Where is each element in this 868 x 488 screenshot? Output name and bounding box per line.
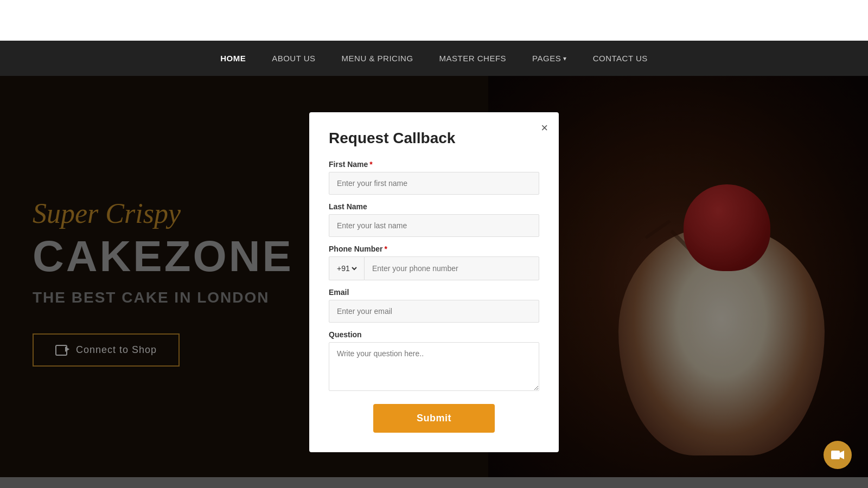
modal-overlay: Request Callback × First Name* Last Name [0,76,868,488]
nav-item-pages[interactable]: PAGES [532,54,567,63]
nav-item-contact[interactable]: CONTACT US [593,54,648,63]
nav-item-menu[interactable]: MENU & PRICING [342,54,413,63]
last-name-group: Last Name [329,202,539,237]
question-textarea[interactable] [329,342,539,391]
floating-video-button[interactable] [824,441,852,469]
nav-item-home[interactable]: HOME [220,54,246,63]
last-name-label: Last Name [329,202,539,211]
phone-code-selector[interactable]: +91 +1 +44 +61 [329,256,364,280]
nav-item-chefs[interactable]: MASTER CHEFS [439,54,507,63]
country-code-select[interactable]: +91 +1 +44 +61 [335,264,359,273]
first-name-label: First Name* [329,160,539,169]
required-star: * [369,160,372,169]
hero-section: Super Crispy CAKEZONE THE BEST CAKE IN L… [0,76,868,488]
callback-form: First Name* Last Name Phone Number* [329,160,539,433]
floating-video-icon [831,450,844,460]
phone-input[interactable] [364,256,539,280]
email-group: Email [329,288,539,323]
modal-title: Request Callback [329,130,539,147]
first-name-input[interactable] [329,172,539,195]
email-input[interactable] [329,300,539,323]
last-name-input[interactable] [329,214,539,237]
submit-button[interactable]: Submit [373,404,495,433]
first-name-group: First Name* [329,160,539,195]
close-button[interactable]: × [541,122,548,134]
phone-group: Phone Number* +91 +1 +44 +61 [329,245,539,280]
question-group: Question [329,330,539,393]
svg-marker-1 [840,451,844,459]
submit-row: Submit [329,404,539,433]
top-bar [0,0,868,41]
nav-item-about[interactable]: ABOUT US [272,54,315,63]
phone-label: Phone Number* [329,245,539,253]
callback-modal: Request Callback × First Name* Last Name [309,112,559,452]
svg-rect-0 [831,451,840,459]
phone-required-star: * [385,245,387,253]
question-label: Question [329,330,539,339]
email-label: Email [329,288,539,297]
navbar: HOME ABOUT US MENU & PRICING MASTER CHEF… [0,41,868,76]
phone-row: +91 +1 +44 +61 [329,256,539,280]
